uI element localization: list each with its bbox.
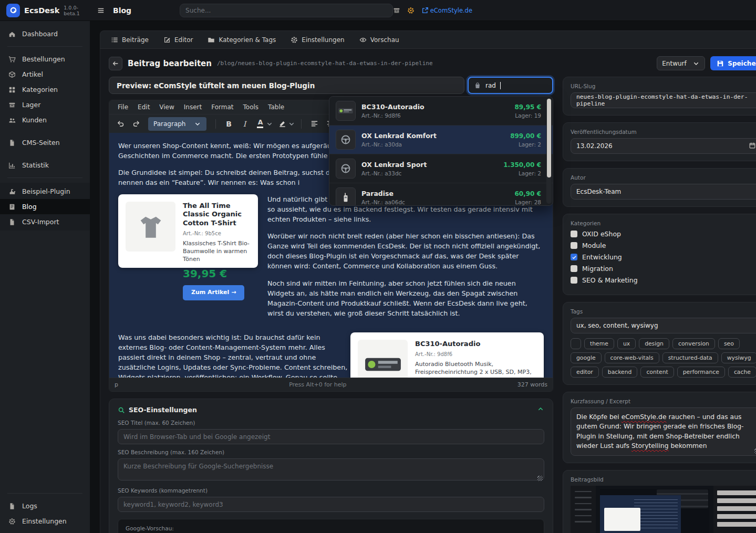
sidebar-item-kategorien[interactable]: Kategorien bbox=[0, 82, 90, 97]
post-meta-sidebar: URL-Slug neues-blog-plugin-ecomstyle-hat… bbox=[563, 77, 756, 533]
tag-chip[interactable]: core-web-vitals bbox=[605, 352, 659, 363]
category-option[interactable]: OXID eShop bbox=[571, 230, 756, 238]
checkbox-unchecked[interactable] bbox=[571, 265, 577, 272]
product-widget-tshirt: The All Time Classic Organic Cotton T-Sh… bbox=[118, 194, 258, 268]
redo-icon[interactable] bbox=[129, 117, 143, 131]
sidebar-item-dashboard[interactable]: Dashboard bbox=[0, 26, 90, 41]
checkbox-unchecked[interactable] bbox=[571, 242, 577, 249]
sidebar-plugin-group: Beispiel-Plugin Blog CSV-Import bbox=[0, 183, 90, 231]
dropdown-scrollbar-thumb[interactable] bbox=[547, 99, 551, 177]
tag-chip[interactable]: google bbox=[571, 352, 602, 363]
product-result-row[interactable]: OX Lenkrad SportArt.-Nr.: a33dc 1.350,00… bbox=[329, 154, 553, 183]
bold-button[interactable]: B bbox=[222, 117, 235, 131]
tag-chip[interactable]: theme bbox=[584, 338, 614, 349]
tab-beitraege[interactable]: Beiträge bbox=[103, 31, 156, 48]
sidebar-item-artikel[interactable]: Artikel bbox=[0, 67, 90, 82]
publish-date-input[interactable]: 13.02.2026 bbox=[571, 138, 756, 154]
collapse-chevron-icon[interactable] bbox=[537, 405, 544, 414]
tag-chip[interactable]: cache bbox=[728, 367, 756, 378]
tag-chip[interactable]: backend bbox=[602, 367, 638, 378]
url-slug-input[interactable]: neues-blog-plugin-ecomstyle-hat-da-etwas… bbox=[571, 92, 756, 108]
menu-insert[interactable]: Insert bbox=[180, 102, 206, 112]
product-result-row[interactable]: BC310-AutoradioArt.-Nr.: 9d8f6 89,95 €La… bbox=[329, 97, 553, 126]
tag-chip[interactable]: editor bbox=[571, 367, 599, 378]
category-option[interactable]: Entwicklung bbox=[571, 253, 756, 261]
checkbox-unchecked[interactable] bbox=[571, 277, 577, 284]
author-card: Autor EcsDesk-Team bbox=[563, 168, 756, 207]
menu-tools[interactable]: Tools bbox=[239, 102, 263, 112]
highlight-color-button[interactable] bbox=[275, 117, 295, 131]
product-result-row[interactable]: ParadiseArt.-Nr.: aa06dc 60,90 €Lager: 2… bbox=[329, 183, 553, 206]
menu-toggle-icon[interactable] bbox=[97, 7, 105, 14]
tag-chip[interactable]: wysiwyg bbox=[721, 352, 756, 363]
align-left-icon[interactable] bbox=[307, 117, 321, 131]
seo-description-textarea[interactable] bbox=[118, 458, 544, 480]
sidebar-item-einstellungen[interactable]: Einstellungen bbox=[0, 514, 90, 529]
category-option[interactable]: Module bbox=[571, 242, 756, 249]
seo-title-input[interactable] bbox=[118, 429, 544, 444]
save-button[interactable]: Speichern bbox=[710, 56, 756, 70]
product-result-row-selected[interactable]: OX Lenkrad KomfortArt.-Nr.: a30da 899,00… bbox=[329, 126, 553, 154]
package-icon bbox=[8, 71, 16, 78]
shop-icon[interactable] bbox=[393, 7, 400, 14]
calendar-icon[interactable] bbox=[749, 142, 756, 151]
product-image-radio bbox=[358, 340, 408, 378]
resize-handle[interactable] bbox=[537, 476, 543, 481]
product-search-input[interactable]: rad bbox=[468, 77, 553, 94]
sidebar-item-beispiel-plugin[interactable]: Beispiel-Plugin bbox=[0, 184, 90, 199]
category-option[interactable]: SEO & Marketing bbox=[571, 276, 756, 284]
global-search-input[interactable]: Suche... bbox=[180, 4, 393, 17]
zum-artikel-button[interactable]: Zum Artikel → bbox=[183, 285, 244, 300]
sidebar-item-lager[interactable]: Lager bbox=[0, 97, 90, 112]
settings-gear-icon[interactable] bbox=[407, 7, 415, 14]
undo-icon[interactable] bbox=[113, 117, 127, 131]
tab-vorschau[interactable]: Vorschau bbox=[352, 31, 407, 48]
sidebar-item-kunden[interactable]: Kunden bbox=[0, 112, 90, 128]
tag-chip[interactable] bbox=[571, 338, 581, 349]
excerpt-card: Kurzfassung / Excerpt Die Köpfe bei eCom… bbox=[563, 392, 756, 463]
checkbox-checked[interactable] bbox=[571, 254, 577, 260]
author-input[interactable]: EcsDesk-Team bbox=[571, 184, 756, 200]
sidebar-item-cms-seiten[interactable]: CMS-Seiten bbox=[0, 135, 90, 150]
menu-table[interactable]: Table bbox=[264, 102, 288, 112]
category-option[interactable]: Migration bbox=[571, 265, 756, 273]
sidebar-item-csv-import[interactable]: CSV-Import bbox=[0, 214, 90, 229]
format-select[interactable]: Paragraph bbox=[148, 117, 206, 131]
tag-chip[interactable]: conversion bbox=[672, 338, 715, 349]
product-widget-autoradio: BC310-Autoradio Art.-Nr.: 9d8f6 Autoradi… bbox=[350, 332, 544, 378]
sidebar-item-bestellungen[interactable]: Bestellungen bbox=[0, 51, 90, 67]
cart-icon bbox=[8, 56, 16, 63]
url-slug-label: URL-Slug bbox=[571, 83, 756, 89]
tag-chip[interactable]: performance bbox=[677, 367, 725, 378]
text-color-button[interactable]: A bbox=[253, 117, 273, 131]
menu-edit[interactable]: Edit bbox=[133, 102, 154, 112]
shop-external-link[interactable]: eComStyle.de bbox=[421, 7, 472, 14]
checkbox-unchecked[interactable] bbox=[571, 231, 577, 237]
sidebar-item-statistik[interactable]: Statistik bbox=[0, 158, 90, 173]
sidebar-item-logs[interactable]: Logs bbox=[0, 498, 90, 514]
menu-view[interactable]: View bbox=[155, 102, 178, 112]
excerpt-textarea[interactable]: Die Köpfe bei eComStyle.de rauchen – und… bbox=[571, 407, 756, 456]
italic-button[interactable]: I bbox=[237, 117, 251, 131]
featured-image-label: Beitragsbild bbox=[571, 476, 756, 483]
sidebar-item-blog[interactable]: Blog bbox=[0, 199, 90, 214]
tab-editor[interactable]: Editor bbox=[156, 31, 201, 48]
tag-chip[interactable]: ux bbox=[617, 338, 636, 349]
tags-input[interactable]: ux, seo, content, wysiwyg bbox=[571, 318, 756, 333]
tag-chip[interactable]: seo bbox=[718, 338, 740, 349]
tag-chip[interactable]: design bbox=[639, 338, 669, 349]
menu-format[interactable]: Format bbox=[207, 102, 237, 112]
chevron-down-icon bbox=[194, 120, 201, 128]
post-title-input[interactable]: Preview: eComStyle tüftelt am neuen Blog… bbox=[109, 77, 464, 94]
tag-chip[interactable]: structured-data bbox=[662, 352, 718, 363]
status-select[interactable]: Entwurf bbox=[657, 56, 705, 70]
tag-chip[interactable]: content bbox=[640, 367, 674, 378]
product-search-dropdown: BC310-AutoradioArt.-Nr.: 9d8f6 89,95 €La… bbox=[329, 96, 553, 206]
back-button[interactable] bbox=[109, 57, 122, 70]
seo-description-label: SEO Beschreibung (max. 160 Zeichen) bbox=[118, 449, 544, 455]
seo-keywords-input[interactable] bbox=[118, 497, 544, 512]
menu-file[interactable]: File bbox=[113, 102, 132, 112]
tab-kategorien-tags[interactable]: Kategorien & Tags bbox=[200, 31, 283, 48]
tab-einstellungen[interactable]: Einstellungen bbox=[283, 31, 351, 48]
google-preview-label: Google-Vorschau: bbox=[126, 525, 536, 531]
